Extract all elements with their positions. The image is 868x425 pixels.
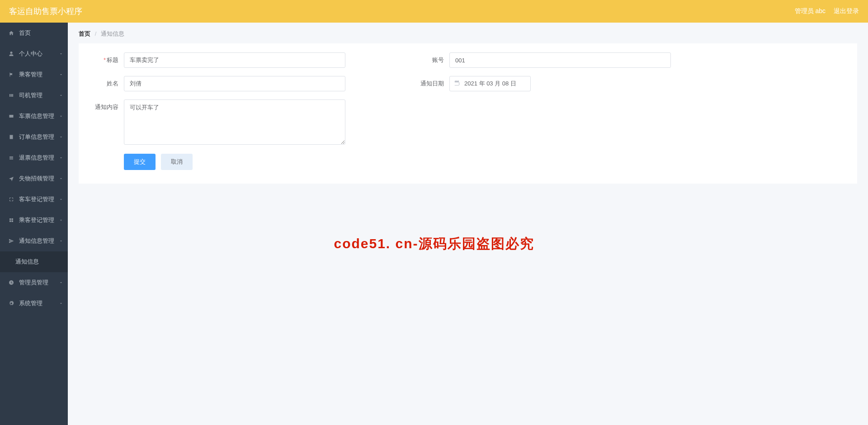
logout-link[interactable]: 退出登录: [834, 7, 859, 15]
topbar-admin[interactable]: 管理员 abc: [795, 7, 826, 15]
form-item-title: *标题: [83, 52, 345, 68]
date-input[interactable]: [449, 76, 531, 91]
chevron-down-icon: [59, 175, 63, 182]
refund-icon: [8, 155, 14, 161]
name-input[interactable]: [124, 76, 345, 91]
sidebar-item-label: 管理员管理: [19, 279, 48, 287]
sidebar-item-home[interactable]: 首页: [0, 23, 68, 43]
breadcrumb-current: 通知信息: [101, 30, 124, 37]
send-icon: [8, 238, 14, 244]
breadcrumb-home[interactable]: 首页: [79, 30, 90, 37]
topbar-right: 管理员 abc 退出登录: [795, 7, 859, 15]
chevron-down-icon: [59, 279, 63, 286]
title-input[interactable]: [124, 52, 345, 68]
sidebar-item-admin[interactable]: 管理员管理: [0, 272, 68, 293]
date-label: 通知日期: [409, 76, 449, 91]
chevron-down-icon: [59, 196, 63, 203]
home-icon: [8, 30, 14, 36]
form-item-name: 姓名: [83, 76, 345, 91]
app-title: 客运自助售票小程序: [9, 6, 82, 17]
card-icon: [8, 113, 14, 119]
grid-icon: [8, 217, 14, 223]
breadcrumb-sep: /: [95, 30, 97, 37]
sidebar: 首页 个人中心 乘客管理 司机管理 车票信息管理 订单信息管理 退票信息管理 失…: [0, 23, 68, 425]
submit-button[interactable]: 提交: [124, 154, 156, 170]
sidebar-item-label: 订单信息管理: [19, 133, 54, 141]
sidebar-item-lost[interactable]: 失物招领管理: [0, 168, 68, 189]
title-label: *标题: [83, 52, 124, 68]
sidebar-subitem-notice-info[interactable]: 通知信息: [0, 251, 68, 272]
sidebar-item-ticket[interactable]: 车票信息管理: [0, 106, 68, 127]
sidebar-item-profile[interactable]: 个人中心: [0, 43, 68, 64]
sidebar-item-passenger[interactable]: 乘客管理: [0, 64, 68, 85]
time-icon: [8, 279, 14, 286]
order-icon: [8, 134, 14, 140]
user-icon: [8, 51, 14, 57]
chevron-down-icon: [59, 217, 63, 224]
sidebar-item-notice[interactable]: 通知信息管理: [0, 231, 68, 251]
sidebar-item-order[interactable]: 订单信息管理: [0, 127, 68, 147]
sidebar-item-passenger-register[interactable]: 乘客登记管理: [0, 210, 68, 231]
chevron-down-icon: [59, 300, 63, 307]
content-textarea[interactable]: [124, 99, 345, 145]
account-input[interactable]: [449, 52, 671, 68]
calendar-icon: [454, 80, 460, 88]
bars-icon: [8, 92, 14, 99]
content: 首页 / 通知信息 *标题 账号 姓名 通知日期: [68, 23, 868, 425]
form-panel: *标题 账号 姓名 通知日期 通知内容: [79, 43, 857, 184]
chevron-down-icon: [59, 51, 63, 57]
form-item-account: 账号: [409, 52, 734, 68]
sidebar-item-refund[interactable]: 退票信息管理: [0, 147, 68, 168]
cancel-button[interactable]: 取消: [161, 154, 193, 170]
sidebar-item-label: 退票信息管理: [19, 154, 54, 162]
chevron-down-icon: [59, 155, 63, 161]
breadcrumb: 首页 / 通知信息: [68, 23, 868, 43]
form-item-content: 通知内容: [83, 99, 345, 145]
expand-icon: [8, 196, 14, 203]
sidebar-item-label: 系统管理: [19, 299, 42, 307]
sidebar-item-label: 通知信息管理: [19, 237, 54, 245]
sidebar-item-system[interactable]: 系统管理: [0, 293, 68, 314]
gear-icon: [8, 300, 14, 307]
sidebar-item-driver[interactable]: 司机管理: [0, 85, 68, 106]
sidebar-item-label: 司机管理: [19, 91, 42, 99]
chevron-down-icon: [59, 238, 63, 245]
sidebar-item-label: 首页: [19, 29, 31, 37]
topbar: 客运自助售票小程序 管理员 abc 退出登录: [0, 0, 868, 23]
sidebar-item-label: 客车登记管理: [19, 195, 54, 203]
sidebar-item-label: 乘客登记管理: [19, 216, 54, 224]
sidebar-item-label: 乘客管理: [19, 71, 42, 79]
account-label: 账号: [409, 52, 449, 68]
chevron-down-icon: [59, 134, 63, 141]
plane-icon: [8, 175, 14, 182]
name-label: 姓名: [83, 76, 124, 91]
form-item-date: 通知日期: [409, 76, 734, 91]
sidebar-item-label: 个人中心: [19, 50, 42, 58]
sidebar-subitem-label: 通知信息: [15, 258, 39, 266]
sidebar-item-bus-register[interactable]: 客车登记管理: [0, 189, 68, 210]
sidebar-item-label: 失物招领管理: [19, 175, 54, 183]
chevron-down-icon: [59, 92, 63, 99]
sidebar-item-label: 车票信息管理: [19, 112, 54, 120]
flag-icon: [8, 71, 14, 78]
chevron-down-icon: [59, 113, 63, 120]
content-label: 通知内容: [83, 99, 124, 115]
chevron-down-icon: [59, 71, 63, 78]
